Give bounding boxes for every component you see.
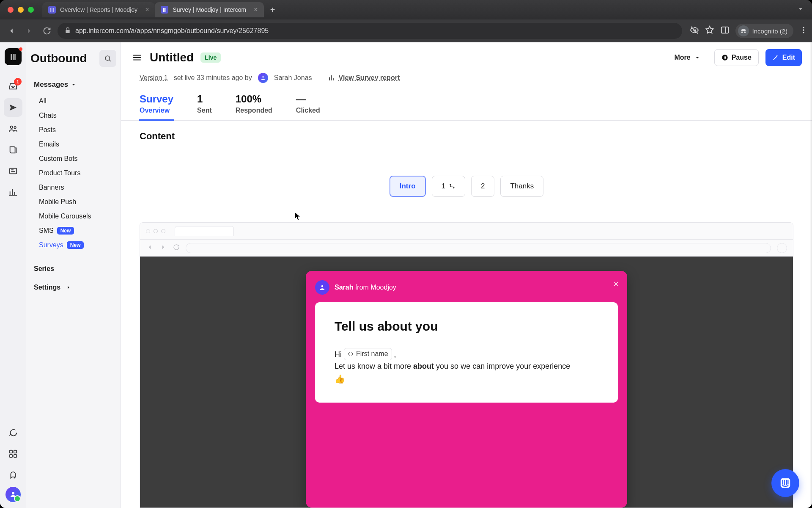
- edit-button[interactable]: Edit: [765, 49, 802, 66]
- sidebar-item-surveys[interactable]: Surveys New: [30, 238, 116, 252]
- app-viewport: ||| 1: [0, 42, 812, 508]
- close-tab-icon[interactable]: ×: [254, 6, 258, 14]
- tab-sent[interactable]: 1 Sent: [197, 93, 212, 120]
- incognito-icon: [738, 25, 749, 36]
- sidebar-item-settings[interactable]: Settings: [30, 280, 116, 295]
- survey-avatar: [315, 280, 329, 295]
- tab-overview[interactable]: ||| Overview | Reports | Moodjoy ×: [42, 2, 155, 17]
- svg-point-13: [722, 55, 727, 60]
- reload-button[interactable]: [40, 24, 54, 38]
- preview-url-field: [186, 243, 771, 253]
- sidebar-item-chats[interactable]: Chats: [30, 108, 116, 123]
- tab-survey[interactable]: ||| Survey | Moodjoy | Intercom ×: [155, 2, 263, 17]
- sidebar-title: Outbound: [30, 52, 95, 65]
- chevron-right-icon: [66, 284, 71, 290]
- url-text: app.intercom.com/a/apps/nnsgmgob/outboun…: [75, 27, 269, 35]
- tabs-overflow-icon[interactable]: [797, 5, 804, 14]
- rail-messenger[interactable]: [4, 423, 22, 442]
- rail-reports[interactable]: [4, 183, 22, 202]
- svg-point-2: [803, 29, 804, 30]
- sidebar-item-emails[interactable]: Emails: [30, 137, 116, 152]
- eye-off-icon[interactable]: [690, 25, 699, 36]
- app-logo[interactable]: |||: [5, 48, 22, 65]
- tab-responded[interactable]: 100% Responded: [236, 93, 272, 120]
- sidebar-search-button[interactable]: [99, 50, 116, 67]
- rail-notifications[interactable]: [4, 466, 22, 484]
- back-button[interactable]: [4, 24, 19, 38]
- new-tab-button[interactable]: +: [266, 3, 279, 16]
- step-thanks[interactable]: Thanks: [500, 176, 543, 197]
- preview-dot: [154, 229, 158, 233]
- sidebar-item-sms[interactable]: SMS New: [30, 224, 116, 238]
- survey-close-button[interactable]: ×: [613, 279, 619, 290]
- rail-outbound[interactable]: [4, 98, 22, 117]
- token-icon: [348, 351, 354, 357]
- rail-apps[interactable]: [4, 444, 22, 463]
- toggle-sidebar-button[interactable]: [131, 52, 143, 64]
- sidebar-item-mobile-carousels[interactable]: Mobile Carousels: [30, 209, 116, 224]
- stat-label: Clicked: [296, 107, 320, 114]
- survey-card: Sarah from Moodjoy × Tell us about you H…: [306, 271, 627, 508]
- sidebar-item-mobile-push[interactable]: Mobile Push: [30, 195, 116, 209]
- survey-text-bold: about: [413, 362, 434, 370]
- firstname-token[interactable]: First name: [344, 348, 392, 360]
- svg-point-16: [262, 76, 264, 78]
- sidebar-item-label: Series: [34, 265, 54, 273]
- sidebar-item-custom-bots[interactable]: Custom Bots: [30, 152, 116, 166]
- sidebar-item-product-tours[interactable]: Product Tours: [30, 166, 116, 180]
- window-controls[interactable]: [8, 7, 34, 13]
- preview-addr: [140, 240, 793, 257]
- tab-overview[interactable]: Survey Overview: [140, 93, 173, 120]
- sidebar-item-label: Chats: [39, 112, 57, 119]
- sidebar-item-label: Custom Bots: [39, 155, 78, 163]
- stat-label: Overview: [140, 107, 173, 114]
- sidebar-item-label: Posts: [39, 126, 56, 134]
- rail-articles[interactable]: [4, 141, 22, 159]
- rail-inbox[interactable]: 1: [4, 77, 22, 96]
- rail-profile[interactable]: [5, 487, 21, 502]
- sidebar-item-banners[interactable]: Banners: [30, 180, 116, 195]
- more-menu[interactable]: More: [667, 49, 707, 66]
- preview-back-icon: [146, 243, 154, 253]
- messenger-launcher[interactable]: [771, 469, 799, 497]
- close-window[interactable]: [8, 7, 14, 13]
- panel-icon[interactable]: [720, 25, 730, 36]
- sidebar-item-posts[interactable]: Posts: [30, 123, 116, 137]
- forward-button[interactable]: [22, 24, 36, 38]
- svg-rect-0: [721, 27, 728, 33]
- cursor-icon: [294, 212, 301, 221]
- sidebar-item-series[interactable]: Series: [30, 262, 116, 276]
- step-1[interactable]: 1: [432, 176, 465, 197]
- stat-value: 1: [197, 93, 212, 105]
- stat-value: Survey: [140, 93, 173, 105]
- tab-title: Survey | Moodjoy | Intercom: [173, 6, 246, 13]
- preview-forward-icon: [159, 243, 167, 253]
- rail-operator[interactable]: [4, 162, 22, 180]
- incognito-indicator[interactable]: Incognito (2): [735, 24, 793, 38]
- step-intro[interactable]: Intro: [390, 176, 426, 197]
- caret-down-icon: [694, 54, 701, 61]
- step-2[interactable]: 2: [471, 176, 494, 197]
- version-link[interactable]: Version 1: [140, 74, 168, 82]
- page-header: Untitled Live More Pause Edit: [121, 42, 812, 73]
- url-field[interactable]: app.intercom.com/a/apps/nnsgmgob/outboun…: [58, 23, 682, 39]
- kebab-menu-icon[interactable]: [799, 26, 808, 36]
- star-icon[interactable]: [705, 25, 714, 36]
- view-report-link[interactable]: View Survey report: [328, 74, 400, 82]
- sidebar-group-messages[interactable]: Messages: [30, 78, 116, 91]
- preview-body: Sarah from Moodjoy × Tell us about you H…: [140, 257, 793, 508]
- svg-rect-10: [14, 455, 16, 457]
- survey-text: Let us know a bit more: [335, 362, 413, 370]
- minimize-window[interactable]: [18, 7, 24, 13]
- stat-label: Responded: [236, 107, 272, 114]
- intercom-icon: [779, 477, 792, 489]
- sidebar-item-all[interactable]: All: [30, 94, 116, 108]
- survey-from-name: Sarah: [335, 284, 353, 291]
- rail-contacts[interactable]: [4, 119, 22, 138]
- tab-clicked[interactable]: — Clicked: [296, 93, 320, 120]
- svg-point-3: [803, 32, 804, 33]
- pause-button[interactable]: Pause: [714, 49, 759, 66]
- stat-value: —: [296, 93, 320, 105]
- close-tab-icon[interactable]: ×: [145, 6, 149, 14]
- maximize-window[interactable]: [28, 7, 34, 13]
